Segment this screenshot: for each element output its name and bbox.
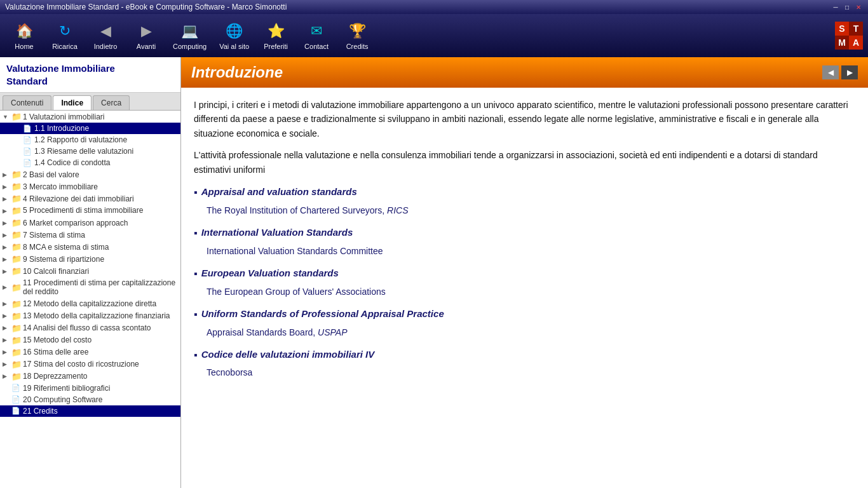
toolbar: 🏠 Home ↻ Ricarica ◀ Indietro ▶ Avanti 💻 …: [0, 14, 868, 57]
logo-m: M: [835, 36, 849, 50]
forward-label: Avanti: [137, 43, 156, 50]
logo-t: T: [849, 22, 863, 36]
credits-label: Credits: [346, 43, 369, 50]
back-icon: ◀: [95, 21, 116, 41]
standard-5-body: Tecnoborsa: [194, 365, 855, 379]
tree-item-1-2[interactable]: 📄 1.2 Rapporto di valutazione: [0, 134, 180, 146]
expander-1: ▼: [3, 114, 11, 120]
logo-s: S: [835, 22, 849, 36]
computing-label: Computing: [173, 43, 207, 50]
nav-next-button[interactable]: ▶: [841, 65, 858, 79]
nav-prev-button[interactable]: ◀: [822, 65, 839, 79]
tab-contenuti[interactable]: Contenuti: [3, 95, 51, 110]
tree-item-16[interactable]: ▶ 📁 16 Stima delle aree: [0, 346, 180, 358]
sidebar-title-line2: Standard: [6, 76, 48, 86]
tree-item-10[interactable]: ▶ 📁 10 Calcoli finanziari: [0, 265, 180, 277]
standard-4: ▪ Uniform Standards of Professional Appr…: [194, 306, 855, 323]
tree-item-13[interactable]: ▶ 📁 13 Metodo della capitalizzazione fin…: [0, 310, 180, 322]
content-scroll[interactable]: I principi, i criteri e i metodi di valu…: [181, 88, 868, 488]
standard-5: ▪ Codice delle valutazioni immobiliari I…: [194, 347, 855, 363]
tree-item-15[interactable]: ▶ 📁 15 Metodo del costo: [0, 334, 180, 346]
site-button[interactable]: 🌐 Vai al sito: [214, 17, 254, 55]
tree-item-14[interactable]: ▶ 📁 14 Analisi del flusso di cassa scont…: [0, 322, 180, 334]
tab-cerca[interactable]: Cerca: [93, 95, 130, 110]
computing-icon: 💻: [180, 21, 200, 41]
reload-label: Ricarica: [52, 43, 78, 50]
standard-3-body: The European Group of Valuers' Associati…: [194, 285, 855, 299]
page-icon-1-3: 📄: [23, 147, 34, 156]
sidebar-tabs: Contenuti Indice Cerca: [0, 93, 180, 111]
home-icon: 🏠: [14, 21, 34, 41]
sidebar-title: Valutazione Immobiliare Standard: [0, 57, 180, 93]
page-icon-1-1: 📄: [23, 125, 34, 133]
content-title: Introduzione: [191, 64, 283, 81]
standard-3: ▪ European Valuation standards: [194, 266, 855, 282]
preferiti-icon: ⭐: [266, 21, 286, 41]
forward-icon: ▶: [136, 21, 156, 41]
site-label: Vai al sito: [219, 43, 249, 50]
tree-item-17[interactable]: ▶ 📁 17 Stima del costo di ricostruzione: [0, 358, 180, 370]
tree-item-1-4[interactable]: 📄 1.4 Codice di condotta: [0, 157, 180, 168]
contact-button[interactable]: ✉ Contact: [297, 17, 336, 55]
page-icon-1-4: 📄: [23, 159, 34, 167]
sidebar-title-line1: Valutazione Immobiliare: [6, 63, 115, 74]
nav-arrows: ◀ ▶: [822, 65, 858, 79]
content-area: Introduzione ◀ ▶ I principi, i criteri e…: [181, 57, 868, 488]
tree-item-5[interactable]: ▶ 📁 5 Procedimenti di stima immobiliare: [0, 205, 180, 217]
window-title: Valutazione Immobiliare Standard - eBook…: [5, 3, 287, 11]
paragraph-1: I principi, i criteri e i metodi di valu…: [194, 98, 855, 140]
preferiti-button[interactable]: ⭐ Preferiti: [257, 17, 295, 55]
tree-item-1-3[interactable]: 📄 1.3 Riesame delle valutazioni: [0, 146, 180, 157]
minimize-button[interactable]: ─: [831, 3, 840, 11]
home-label: Home: [15, 43, 33, 50]
preferiti-label: Preferiti: [264, 43, 288, 50]
back-button[interactable]: ◀ Indietro: [86, 17, 125, 55]
sidebar: Valutazione Immobiliare Standard Contenu…: [0, 57, 181, 488]
contact-label: Contact: [304, 43, 329, 50]
contact-icon: ✉: [306, 21, 327, 41]
tree-item-1[interactable]: ▼ 📁 1 Valutazioni immobiliari: [0, 111, 180, 123]
restore-button[interactable]: □: [843, 3, 851, 11]
standard-1-body: The Royal Institution of Chartered Surve…: [194, 203, 855, 217]
credits-icon: 🏆: [347, 21, 367, 41]
credits-button[interactable]: 🏆 Credits: [338, 17, 376, 55]
tree-item-18[interactable]: ▶ 📁 18 Deprezzamento: [0, 370, 180, 383]
standard-4-body: Appraisal Standards Board, USPAP: [194, 325, 855, 339]
tree-item-11[interactable]: ▶ 📁 11 Procedimenti di stima per capital…: [0, 277, 180, 298]
tree-item-3[interactable]: ▶ 📁 3 Mercato immobiliare: [0, 180, 180, 193]
tree-item-7[interactable]: ▶ 📁 7 Sistema di stima: [0, 229, 180, 241]
reload-button[interactable]: ↻ Ricarica: [46, 17, 84, 55]
sidebar-tree[interactable]: ▼ 📁 1 Valutazioni immobiliari 📄 1.1 Intr…: [0, 111, 180, 488]
window-controls: ─ □ ✕: [831, 3, 863, 11]
folder-icon-1: 📁: [11, 112, 23, 121]
computing-button[interactable]: 💻 Computing: [168, 17, 212, 55]
standard-1: ▪ Appraisal and valuation standards: [194, 184, 855, 201]
tree-item-21[interactable]: ▶ 📄 21 Credits: [0, 405, 180, 417]
back-label: Indietro: [94, 43, 118, 50]
home-button[interactable]: 🏠 Home: [5, 17, 43, 55]
tree-item-20[interactable]: ▶ 📄 20 Computing Software: [0, 394, 180, 405]
tree-item-6[interactable]: ▶ 📁 6 Market comparison approach: [0, 217, 180, 229]
content-header: Introduzione ◀ ▶: [181, 57, 868, 88]
logo-a: A: [849, 36, 863, 50]
tree-item-9[interactable]: ▶ 📁 9 Sistema di ripartizione: [0, 253, 180, 265]
tree-item-2[interactable]: ▶ 📁 2 Basi del valore: [0, 168, 180, 180]
tree-item-12[interactable]: ▶ 📁 12 Metodo della capitalizzazione dir…: [0, 298, 180, 310]
main-layout: Valutazione Immobiliare Standard Contenu…: [0, 57, 868, 488]
paragraph-2: L'attività professionale nella valutazio…: [194, 148, 855, 177]
tree-item-4[interactable]: ▶ 📁 4 Rilevazione dei dati immobiliari: [0, 193, 180, 205]
standard-2: ▪ International Valuation Standards: [194, 225, 855, 241]
reload-icon: ↻: [55, 21, 75, 41]
tree-item-1-1[interactable]: 📄 1.1 Introduzione: [0, 123, 180, 134]
tab-indice[interactable]: Indice: [53, 95, 92, 110]
tree-item-19[interactable]: ▶ 📄 19 Riferimenti bibliografici: [0, 383, 180, 394]
close-button[interactable]: ✕: [854, 3, 863, 11]
tree-item-8[interactable]: ▶ 📁 8 MCA e sistema di stima: [0, 241, 180, 253]
page-icon-1-2: 📄: [23, 136, 34, 144]
standard-2-body: International Valuation Standards Commit…: [194, 244, 855, 258]
forward-button[interactable]: ▶ Avanti: [127, 17, 165, 55]
site-icon: 🌐: [224, 21, 245, 41]
logo: S T M A: [835, 22, 863, 50]
title-bar: Valutazione Immobiliare Standard - eBook…: [0, 0, 868, 14]
